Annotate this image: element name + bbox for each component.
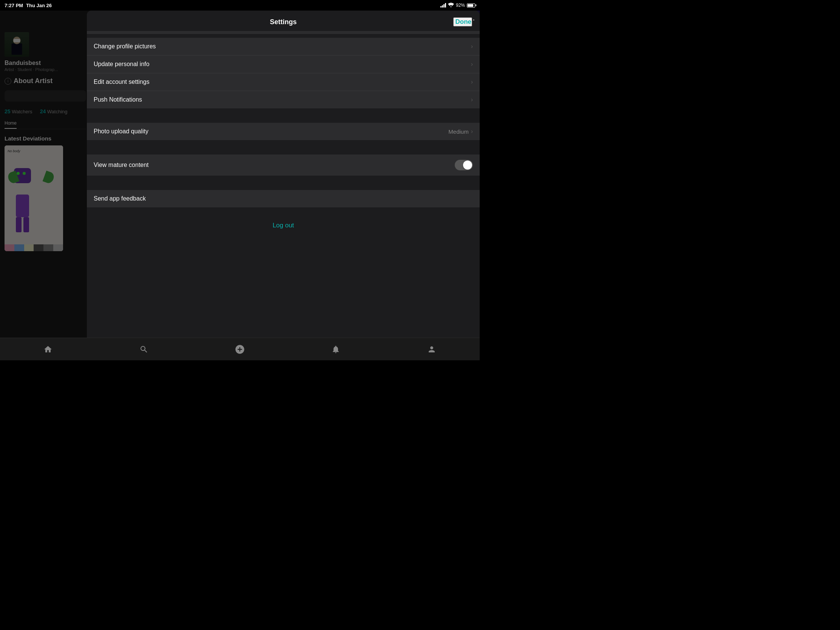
nav-home-button[interactable] xyxy=(38,342,57,357)
settings-item-mature-content[interactable]: View mature content xyxy=(87,155,480,175)
settings-item-feedback[interactable]: Send app feedback xyxy=(87,190,480,207)
add-icon xyxy=(235,344,245,355)
nav-add-button[interactable] xyxy=(231,342,249,357)
signal-bar-3 xyxy=(444,4,445,8)
push-notifications-label: Push Notifications xyxy=(94,96,142,103)
battery-icon xyxy=(467,3,475,8)
settings-group-2: Photo upload quality Medium › xyxy=(87,123,480,140)
signal-bars xyxy=(441,3,446,8)
settings-panel: Settings Done Change profile pictures › … xyxy=(87,11,480,338)
update-info-label: Update personal info xyxy=(94,61,150,68)
settings-top-spacer xyxy=(87,31,480,34)
settings-separator-3 xyxy=(87,175,480,186)
log-out-section: Log out xyxy=(87,215,480,236)
status-bar: 7:27 PM Thu Jan 26 92% xyxy=(0,0,480,11)
notifications-icon xyxy=(331,345,340,354)
settings-item-update-info[interactable]: Update personal info › xyxy=(87,55,480,73)
edit-account-label: Edit account settings xyxy=(94,79,150,85)
chevron-icon-5: › xyxy=(471,128,473,135)
profile-nav-icon xyxy=(427,345,436,354)
settings-header: Settings Done xyxy=(87,11,480,31)
home-icon xyxy=(43,345,52,354)
photo-upload-right: Medium › xyxy=(448,128,473,135)
settings-separator-2 xyxy=(87,140,480,151)
settings-group-1: Change profile pictures › Update persona… xyxy=(87,38,480,108)
send-feedback-label: Send app feedback xyxy=(94,195,146,202)
settings-item-push-notifications[interactable]: Push Notifications › xyxy=(87,91,480,108)
toggle-knob xyxy=(463,161,472,170)
signal-bar-2 xyxy=(442,5,443,8)
wifi-icon xyxy=(448,3,454,8)
settings-separator-1 xyxy=(87,108,480,119)
three-dots-menu[interactable]: ··· xyxy=(467,15,475,24)
settings-title: Settings xyxy=(113,18,453,26)
photo-upload-value: Medium xyxy=(448,128,468,135)
nav-notifications-button[interactable] xyxy=(326,342,345,357)
battery-fill xyxy=(467,4,473,7)
view-mature-label: View mature content xyxy=(94,162,149,169)
chevron-icon-2: › xyxy=(471,61,473,68)
settings-group-4: Send app feedback xyxy=(87,190,480,207)
chevron-icon-4: › xyxy=(471,96,473,103)
chevron-icon-1: › xyxy=(471,43,473,50)
chevron-icon-3: › xyxy=(471,79,473,85)
signal-bar-1 xyxy=(441,6,442,8)
signal-bar-4 xyxy=(445,3,446,8)
settings-item-edit-account[interactable]: Edit account settings › xyxy=(87,73,480,91)
battery-percent: 92% xyxy=(456,3,465,8)
bottom-nav xyxy=(0,338,480,360)
settings-item-change-profile[interactable]: Change profile pictures › xyxy=(87,38,480,55)
date: Thu Jan 26 xyxy=(26,3,52,8)
search-icon xyxy=(139,345,148,354)
photo-upload-label: Photo upload quality xyxy=(94,128,148,135)
log-out-button[interactable]: Log out xyxy=(273,222,294,229)
change-profile-label: Change profile pictures xyxy=(94,43,156,50)
time: 7:27 PM xyxy=(5,3,23,8)
view-mature-toggle[interactable] xyxy=(455,160,473,171)
settings-group-3: View mature content xyxy=(87,155,480,175)
settings-item-photo-quality[interactable]: Photo upload quality Medium › xyxy=(87,123,480,140)
status-left: 7:27 PM Thu Jan 26 xyxy=(5,3,52,8)
nav-profile-button[interactable] xyxy=(422,342,441,357)
status-right: 92% xyxy=(441,3,475,8)
nav-search-button[interactable] xyxy=(134,342,153,357)
